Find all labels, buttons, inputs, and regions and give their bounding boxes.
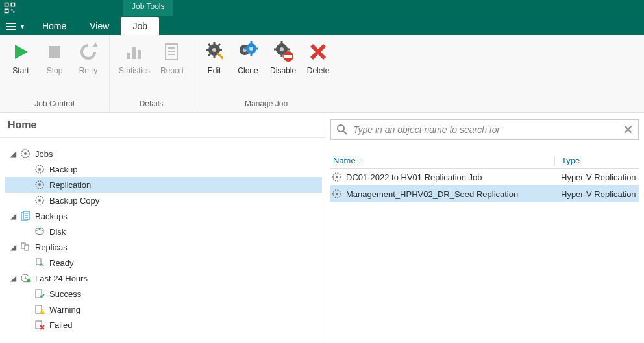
svg-marker-8 bbox=[15, 45, 28, 59]
stop-label: Stop bbox=[47, 66, 63, 75]
svg-point-76 bbox=[338, 125, 344, 132]
retry-label: Retry bbox=[79, 66, 98, 75]
tree-failed-label: Failed bbox=[49, 320, 72, 330]
tree-failed[interactable]: Failed bbox=[5, 317, 322, 333]
svg-marker-10 bbox=[93, 42, 98, 47]
disable-label: Disable bbox=[270, 66, 296, 75]
jobs-icon bbox=[19, 148, 31, 159]
svg-rect-9 bbox=[49, 46, 60, 58]
delete-button[interactable]: Delete bbox=[303, 38, 334, 78]
column-name-label: Name bbox=[333, 156, 356, 165]
clock-icon bbox=[19, 273, 31, 283]
tree-jobs-label: Jobs bbox=[35, 149, 53, 159]
tab-home[interactable]: Home bbox=[31, 17, 78, 35]
backups-icon bbox=[19, 211, 31, 221]
svg-rect-28 bbox=[217, 53, 224, 60]
app-menu-button[interactable]: ▼ bbox=[4, 22, 31, 35]
search-icon bbox=[336, 124, 348, 136]
tree-backups[interactable]: ◢ Backups bbox=[5, 208, 322, 224]
column-type-header[interactable]: Type bbox=[554, 156, 639, 165]
tree-success[interactable]: Success bbox=[5, 286, 322, 302]
clear-search-button[interactable]: ✕ bbox=[623, 123, 633, 137]
tree-jobs[interactable]: ◢ Jobs bbox=[5, 146, 322, 161]
tree-disk[interactable]: Disk bbox=[5, 224, 322, 239]
edit-button[interactable]: Edit bbox=[199, 38, 230, 78]
statistics-label: Statistics bbox=[119, 66, 150, 75]
tree-replication[interactable]: Replication bbox=[5, 177, 322, 193]
retry-button: Retry bbox=[73, 38, 104, 78]
replication-icon bbox=[34, 180, 45, 190]
report-label: Report bbox=[160, 66, 184, 75]
chevron-down-icon: ◢ bbox=[10, 242, 19, 252]
chevron-down-icon: ◢ bbox=[10, 274, 19, 283]
clone-label: Clone bbox=[238, 66, 258, 75]
svg-point-19 bbox=[212, 48, 216, 52]
svg-rect-11 bbox=[127, 53, 130, 59]
tree-success-label: Success bbox=[49, 289, 81, 299]
gear-icon bbox=[332, 189, 342, 199]
tree-backup-label: Backup bbox=[49, 165, 77, 174]
statistics-button: Statistics bbox=[115, 38, 154, 78]
tree-replicas[interactable]: ◢ Replicas bbox=[5, 239, 322, 255]
svg-rect-63 bbox=[36, 259, 41, 265]
search-input[interactable] bbox=[353, 124, 618, 135]
tab-view[interactable]: View bbox=[78, 17, 121, 35]
svg-point-52 bbox=[38, 183, 41, 186]
failed-icon bbox=[34, 320, 45, 330]
app-logo-icon bbox=[4, 2, 16, 14]
svg-point-32 bbox=[249, 47, 253, 51]
backup-icon bbox=[34, 164, 45, 174]
tree-last24[interactable]: ◢ Last 24 Hours bbox=[5, 270, 322, 286]
svg-point-81 bbox=[336, 193, 338, 195]
nav-heading: Home bbox=[0, 113, 325, 138]
gear-icon bbox=[332, 172, 342, 182]
svg-point-54 bbox=[38, 199, 41, 202]
delete-label: Delete bbox=[307, 66, 330, 75]
ready-icon bbox=[34, 257, 45, 268]
tree-replication-label: Replication bbox=[49, 180, 91, 190]
svg-point-50 bbox=[38, 168, 41, 171]
chevron-down-icon: ◢ bbox=[10, 211, 19, 220]
svg-line-27 bbox=[218, 44, 220, 46]
disable-button[interactable]: Disable bbox=[266, 38, 300, 78]
tools-context-tab: Job Tools bbox=[123, 0, 173, 16]
job-type: Hyper-V Replication bbox=[554, 172, 639, 182]
job-row[interactable]: Management_HPHV02_DR_Seed ReplicationHyp… bbox=[330, 185, 639, 202]
svg-rect-2 bbox=[5, 9, 8, 12]
chevron-down-icon: ◢ bbox=[10, 149, 19, 158]
start-button[interactable]: Start bbox=[5, 38, 36, 78]
tab-job[interactable]: Job bbox=[121, 17, 159, 35]
svg-point-72 bbox=[42, 313, 43, 314]
search-box[interactable]: ✕ bbox=[330, 119, 639, 140]
svg-line-26 bbox=[208, 54, 210, 56]
tree-backup-copy[interactable]: Backup Copy bbox=[5, 193, 322, 208]
group-manage-job: Manage Job bbox=[199, 98, 334, 111]
tree-warning[interactable]: Warning bbox=[5, 302, 322, 317]
tree-last24-label: Last 24 Hours bbox=[35, 274, 88, 283]
group-job-control: Job Control bbox=[5, 98, 104, 111]
column-name-header[interactable]: Name ↑ bbox=[330, 156, 554, 165]
tree-replicas-label: Replicas bbox=[35, 242, 68, 252]
svg-rect-4 bbox=[13, 11, 14, 12]
svg-line-77 bbox=[343, 131, 347, 134]
svg-line-66 bbox=[25, 278, 27, 279]
edit-label: Edit bbox=[208, 66, 221, 75]
stop-button: Stop bbox=[39, 38, 70, 78]
tree-ready[interactable]: Ready bbox=[5, 255, 322, 270]
job-row[interactable]: DC01-2022 to HV01 Replication JobHyper-V… bbox=[330, 169, 639, 185]
svg-point-67 bbox=[27, 279, 31, 283]
replicas-icon bbox=[19, 242, 31, 252]
start-label: Start bbox=[12, 66, 29, 75]
sort-ascending-icon: ↑ bbox=[358, 156, 362, 165]
tree-backups-label: Backups bbox=[35, 211, 68, 221]
job-type: Hyper-V Replication bbox=[554, 189, 639, 199]
clone-button[interactable]: Clone bbox=[232, 38, 264, 78]
tree-backup[interactable]: Backup bbox=[5, 161, 322, 177]
svg-rect-0 bbox=[5, 3, 8, 6]
tree-disk-label: Disk bbox=[49, 227, 66, 237]
warning-icon bbox=[34, 304, 45, 314]
success-icon bbox=[34, 289, 45, 299]
backup-copy-icon bbox=[34, 195, 45, 206]
job-name: DC01-2022 to HV01 Replication Job bbox=[346, 172, 482, 182]
svg-point-79 bbox=[336, 176, 338, 178]
